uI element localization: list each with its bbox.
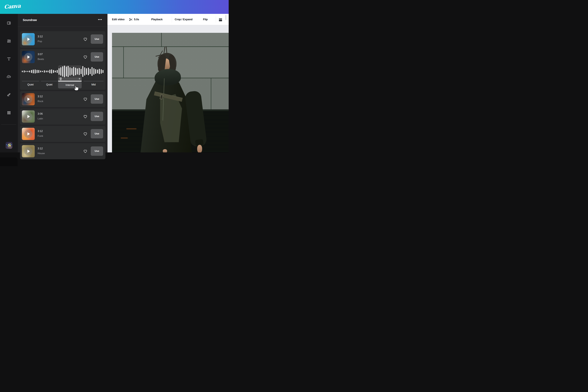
track-card[interactable]: 3:12 House Use: [20, 143, 106, 152]
track-card[interactable]: 3:12 Rock Use: [20, 91, 106, 107]
section-labels: QuietQuietIntenseMid: [22, 82, 104, 88]
heart-icon[interactable]: [83, 132, 88, 136]
track-card[interactable]: 3:07 Beats Use +QuietQuietIntenseMid: [20, 49, 106, 90]
heart-icon[interactable]: [83, 37, 88, 42]
track-duration: 3:12: [38, 147, 43, 150]
section-label-mid[interactable]: Mid: [84, 83, 104, 86]
track-duration: 3:07: [38, 53, 43, 56]
track-duration: 3:12: [38, 130, 43, 133]
wall-row: [112, 33, 229, 47]
use-button[interactable]: Use: [91, 146, 103, 152]
context-toolbar: Edit video 5.0s Playback Crop / Expand F…: [108, 14, 229, 25]
use-button[interactable]: Use: [91, 52, 103, 62]
track-card[interactable]: 3:06 Latin Use: [20, 108, 106, 124]
edit-video-button[interactable]: Edit video: [112, 14, 124, 25]
hand: [163, 149, 167, 152]
plus-icon[interactable]: +: [78, 77, 81, 80]
heart-icon[interactable]: [83, 55, 88, 60]
track-duration: 3:12: [38, 95, 43, 98]
track-thumbnail[interactable]: [22, 93, 35, 105]
section-bar[interactable]: [84, 81, 104, 82]
heart-icon[interactable]: [83, 149, 88, 152]
soundraw-panel: Soundraw ••• 3:12 Pop Use 3:07 Beats Use…: [18, 14, 108, 152]
use-button[interactable]: Use: [91, 34, 103, 44]
apps-grid-icon[interactable]: [0, 108, 18, 118]
trim-duration-button[interactable]: 5.0s: [129, 14, 139, 25]
heart-icon[interactable]: [83, 97, 88, 102]
scissors-icon: [129, 18, 133, 22]
track-list: 3:12 Pop Use 3:07 Beats Use +QuietQuietI…: [18, 26, 108, 152]
track-genre: Pop: [38, 40, 42, 43]
track-card[interactable]: 3:12 Pop Use: [20, 31, 106, 48]
track-duration: 3:12: [38, 35, 43, 38]
heart-icon[interactable]: [83, 114, 88, 119]
topbar: Canva: [0, 0, 229, 14]
video-frame[interactable]: [112, 33, 229, 152]
section-label-intense[interactable]: Intense: [58, 82, 82, 88]
flip-button[interactable]: Flip: [203, 14, 208, 25]
play-icon[interactable]: [28, 56, 30, 59]
more-dots-icon[interactable]: •••: [98, 18, 102, 22]
mortar-line: [211, 78, 211, 110]
scrollbar-thumb[interactable]: [226, 15, 226, 20]
use-button[interactable]: Use: [91, 112, 103, 121]
track-genre: House: [38, 152, 45, 152]
waveform-editor[interactable]: +QuietQuietIntenseMid: [22, 65, 104, 90]
position-menu-icon[interactable]: [218, 14, 222, 25]
play-icon[interactable]: [28, 98, 30, 101]
track-duration: 3:06: [38, 112, 43, 115]
use-button[interactable]: Use: [91, 129, 103, 138]
canvas-stage[interactable]: [108, 25, 229, 152]
section-bar[interactable]: [22, 81, 39, 82]
rust-mark: [121, 138, 128, 138]
design-panels-icon[interactable]: [0, 18, 18, 28]
canva-logo[interactable]: Canva: [4, 2, 21, 10]
draw-pen-icon[interactable]: [0, 90, 18, 100]
uploads-cloud-icon[interactable]: [0, 72, 18, 82]
track-genre: Latin: [38, 117, 43, 120]
track-card[interactable]: 3:12 Funk Use: [20, 126, 106, 142]
play-icon[interactable]: [28, 150, 30, 152]
section-label-quiet[interactable]: Quiet: [41, 83, 58, 86]
track-thumbnail[interactable]: [22, 33, 35, 45]
panel-title: Soundraw: [23, 18, 37, 22]
hand: [197, 145, 202, 152]
soundraw-app-icon[interactable]: S: [6, 142, 12, 149]
section-label-quiet[interactable]: Quiet: [22, 83, 39, 86]
play-icon[interactable]: [28, 132, 30, 136]
use-button[interactable]: Use: [91, 94, 103, 104]
mortar-line: [161, 33, 162, 47]
track-genre: Funk: [38, 134, 43, 138]
track-thumbnail[interactable]: [22, 128, 35, 140]
toolbar-divider: [172, 16, 172, 23]
rust-mark: [126, 128, 136, 129]
track-genre: Beats: [38, 58, 44, 61]
sidebar-rail: S: [0, 14, 18, 152]
mortar-line: [123, 47, 124, 78]
track-thumbnail[interactable]: [22, 110, 35, 123]
mortar-line: [112, 46, 229, 47]
elements-shapes-icon[interactable]: [0, 36, 18, 46]
trash-icon[interactable]: [59, 77, 62, 81]
crop-expand-button[interactable]: Crop / Expand: [175, 14, 192, 25]
text-icon[interactable]: [0, 54, 18, 64]
toolbar-divider: [216, 16, 216, 23]
play-icon[interactable]: [28, 38, 30, 41]
track-genre: Rock: [38, 100, 43, 103]
panel-header: Soundraw •••: [18, 14, 108, 26]
waveform-bars: [22, 66, 104, 77]
track-thumbnail[interactable]: [22, 51, 35, 63]
section-bar[interactable]: [58, 81, 82, 82]
play-icon[interactable]: [28, 115, 30, 118]
playback-button[interactable]: Playback: [151, 14, 162, 25]
track-thumbnail[interactable]: [22, 145, 35, 152]
section-bar[interactable]: [41, 81, 58, 82]
